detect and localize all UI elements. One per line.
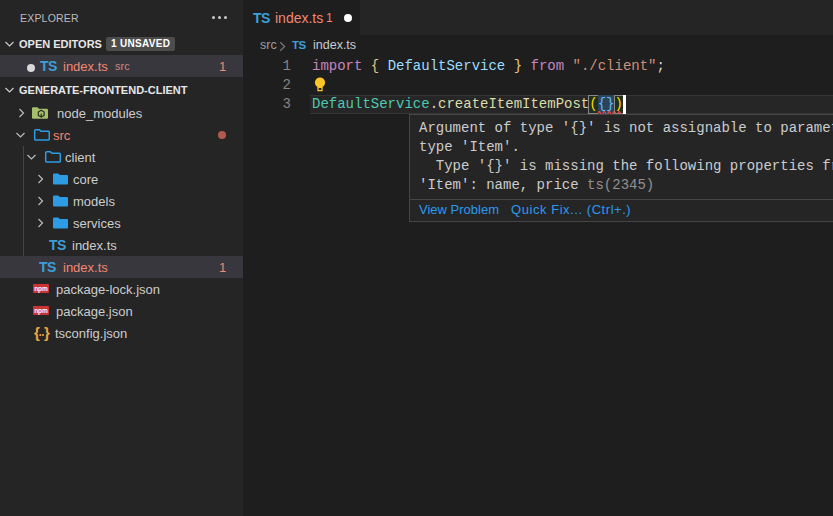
svg-text:}: }	[44, 325, 50, 341]
svg-text:npm: npm	[34, 285, 48, 293]
svg-text:npm: npm	[34, 307, 48, 315]
svg-text:{: {	[34, 325, 40, 341]
